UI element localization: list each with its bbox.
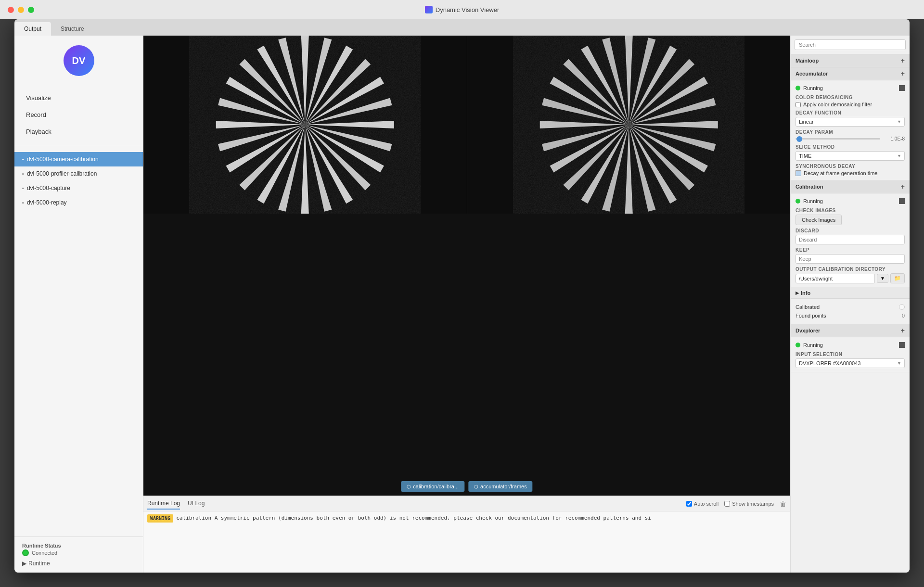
log-badge-warning: WARNING — [147, 514, 173, 523]
file-icon: ▪ — [22, 156, 24, 162]
keep-input[interactable] — [796, 254, 905, 264]
input-selection-label: INPUT SELECTION — [796, 352, 905, 357]
sync-decay-row: Decay at frame generation time — [796, 170, 905, 176]
slider-thumb[interactable] — [796, 136, 802, 142]
decay-param-label: DECAY PARAM — [796, 129, 905, 135]
slice-method-label: SLICE METHOD — [796, 144, 905, 150]
dir-dropdown-button[interactable]: ▼ — [877, 274, 888, 283]
log-tab-runtime[interactable]: Runtime Log — [147, 498, 180, 510]
check-images-label: CHECK IMAGES — [796, 208, 905, 213]
calibrated-indicator — [899, 304, 905, 310]
decay-param-slider: 1.0E-8 — [796, 136, 905, 141]
log-entry: WARNING calibration A symmetric pattern … — [147, 514, 786, 523]
file-item-replay[interactable]: ▪ dvl-5000-replay — [14, 195, 143, 210]
tab-structure[interactable]: Structure — [51, 22, 94, 36]
app-logo: DV — [64, 45, 94, 76]
info-triangle-icon: ▶ — [796, 291, 799, 295]
starburst-right — [467, 36, 791, 214]
section-header-dvxplorer[interactable]: Dvxplorer + — [791, 324, 910, 337]
sidebar-bottom: Runtime Status Connected ▶ Runtime — [14, 536, 143, 573]
calibration-running-row: Running — [796, 197, 905, 205]
overlay-tab-calibration[interactable]: ⬡ calibration/calibra... — [401, 481, 464, 492]
overlay-tab-accumulator[interactable]: ⬡ accumulator/frames — [468, 481, 533, 492]
file-item-profiler-calibration[interactable]: ▪ dvl-5000-profiler-calibration — [14, 166, 143, 181]
tab-icon: ⬡ — [407, 484, 411, 489]
calibration-body: Running CHECK IMAGES Check Images DISCAR… — [791, 193, 910, 288]
decay-function-arrow: ▼ — [897, 119, 901, 124]
center-panel: ⬡ calibration/calibra... ⬡ accumulator/f… — [143, 36, 790, 573]
file-list: ▪ dvl-5000-camera-calibration ▪ dvl-5000… — [14, 148, 143, 214]
log-tab-bar: Runtime Log UI Log Auto scroll Show time… — [143, 496, 790, 511]
dir-folder-button[interactable]: 📁 — [890, 273, 905, 283]
input-selection-arrow: ▼ — [897, 361, 901, 366]
section-header-mainloop[interactable]: Mainloop + — [791, 54, 910, 67]
file-item-camera-calibration[interactable]: ▪ dvl-5000-camera-calibration — [14, 152, 143, 166]
dvxplorer-body: Running INPUT SELECTION DVXPLORER #XA000… — [791, 337, 910, 372]
output-dir-input[interactable] — [796, 274, 875, 283]
chevron-right-icon: ▶ — [22, 560, 26, 567]
check-images-button[interactable]: Check Images — [796, 215, 842, 225]
found-points-row: Found points 0 — [796, 311, 905, 320]
file-item-capture[interactable]: ▪ dvl-5000-capture — [14, 181, 143, 195]
info-body: Calibrated Found points 0 — [791, 299, 910, 324]
dvxplorer-running-row: Running — [796, 341, 905, 349]
decay-function-dropdown[interactable]: Linear ▼ — [796, 117, 905, 127]
output-dir-row: ▼ 📁 — [796, 273, 905, 283]
app-window: Output Structure DV Visualize Record Pla… — [14, 19, 910, 573]
discard-input[interactable] — [796, 235, 905, 244]
sidebar: DV Visualize Record Playback ▪ dvl-5000-… — [14, 36, 143, 573]
title-bar: Dynamic Vision Viewer — [0, 0, 924, 19]
decay-param-value: 1.0E-8 — [883, 136, 905, 141]
dvxplorer-green-dot — [796, 343, 800, 347]
main-content: DV Visualize Record Playback ▪ dvl-5000-… — [14, 36, 910, 573]
show-timestamps-checkbox[interactable]: Show timestamps — [724, 501, 774, 507]
log-area: Runtime Log UI Log Auto scroll Show time… — [143, 496, 790, 573]
decay-function-label: DECAY FUNCTION — [796, 110, 905, 115]
file-icon: ▪ — [22, 200, 24, 205]
search-input[interactable] — [795, 39, 906, 50]
section-header-accumulator[interactable]: Accumulator + — [791, 67, 910, 80]
accumulator-stop-button[interactable] — [899, 85, 905, 91]
tab-output[interactable]: Output — [14, 22, 51, 36]
input-selection-dropdown[interactable]: DVXPLORER #XA000043 ▼ — [796, 358, 905, 368]
close-button[interactable] — [8, 7, 14, 13]
section-header-info[interactable]: ▶ Info — [791, 288, 910, 299]
minimize-button[interactable] — [18, 7, 24, 13]
section-header-calibration[interactable]: Calibration + — [791, 180, 910, 193]
calibration-running-indicator: Running — [796, 198, 823, 204]
sidebar-item-playback[interactable]: Playback — [14, 123, 143, 140]
dvxplorer-plus-icon: + — [901, 327, 905, 334]
log-tab-ui[interactable]: UI Log — [188, 498, 205, 510]
color-demosaicing-label: COLOR DEMOSAICING — [796, 95, 905, 100]
right-search-area — [791, 36, 910, 54]
starburst-svg-right — [467, 36, 791, 214]
sidebar-item-record[interactable]: Record — [14, 106, 143, 123]
nav-menu: Visualize Record Playback — [14, 86, 143, 144]
dvxplorer-running-indicator: Running — [796, 342, 823, 348]
slice-method-dropdown[interactable]: TIME ▼ — [796, 151, 905, 161]
slider-track[interactable] — [796, 138, 880, 140]
auto-scroll-checkbox[interactable]: Auto scroll — [686, 501, 719, 507]
dvxplorer-stop-button[interactable] — [899, 342, 905, 348]
right-panel: Mainloop + Accumulator + Running COLOR D… — [790, 36, 910, 573]
accumulator-green-dot — [796, 86, 800, 90]
sidebar-item-visualize[interactable]: Visualize — [14, 89, 143, 106]
mainloop-plus-icon: + — [901, 57, 905, 64]
sync-decay-label: SYNCHRONOUS DECAY — [796, 164, 905, 169]
runtime-status-value: Connected — [22, 549, 135, 556]
tab-icon-2: ⬡ — [474, 484, 478, 489]
connected-indicator — [22, 549, 29, 556]
runtime-expand[interactable]: ▶ Runtime — [22, 560, 135, 567]
logo-area: DV — [14, 36, 143, 86]
file-icon: ▪ — [22, 171, 24, 177]
log-clear-button[interactable]: 🗑 — [780, 500, 786, 508]
maximize-button[interactable] — [28, 7, 34, 13]
output-dir-label: OUTPUT CALIBRATION DIRECTORY — [796, 267, 905, 272]
window-controls[interactable] — [8, 7, 34, 13]
color-demosaicing-checkbox[interactable]: Apply color demosaicing filter — [796, 102, 905, 107]
calibration-stop-button[interactable] — [899, 198, 905, 204]
sync-decay-checkbox[interactable] — [796, 170, 801, 176]
calibration-green-dot — [796, 199, 800, 204]
slice-method-arrow: ▼ — [897, 153, 901, 158]
accumulator-plus-icon: + — [901, 70, 905, 77]
